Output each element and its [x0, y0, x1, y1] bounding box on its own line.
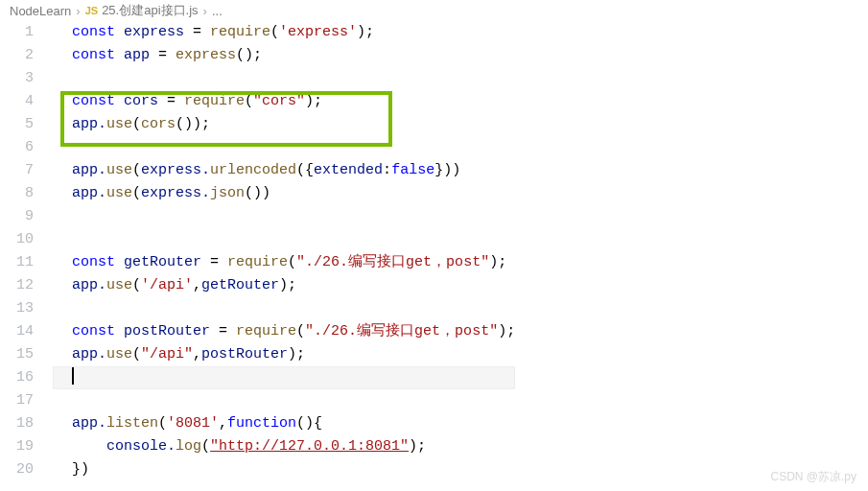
line-number: 18 — [0, 412, 34, 435]
code-line[interactable]: app.use(express.urlencoded({extended:fal… — [53, 159, 515, 182]
line-number: 15 — [0, 343, 34, 366]
line-number: 19 — [0, 435, 34, 458]
code-content[interactable]: const express = require('express'); cons… — [53, 21, 515, 481]
code-line[interactable]: app.use("/api",postRouter); — [53, 343, 515, 366]
line-number: 2 — [0, 44, 34, 67]
line-number: 13 — [0, 297, 34, 320]
code-line[interactable]: app.listen('8081',function(){ — [53, 412, 515, 435]
line-number: 10 — [0, 228, 34, 251]
line-number: 4 — [0, 90, 34, 113]
line-number: 11 — [0, 251, 34, 274]
code-line[interactable]: console.log("http://127.0.0.1:8081"); — [53, 435, 515, 458]
line-number: 16 — [0, 366, 34, 389]
js-file-icon: JS — [85, 5, 98, 16]
breadcrumb[interactable]: NodeLearn › JS 25.创建api接口.js › ... — [0, 0, 868, 21]
line-number: 9 — [0, 205, 34, 228]
code-line[interactable] — [53, 136, 515, 159]
breadcrumb-file[interactable]: 25.创建api接口.js — [102, 2, 198, 19]
line-number: 5 — [0, 113, 34, 136]
code-line[interactable] — [53, 67, 515, 90]
line-number: 8 — [0, 182, 34, 205]
breadcrumb-ellipsis[interactable]: ... — [212, 4, 223, 18]
code-line[interactable] — [53, 389, 515, 412]
line-number: 12 — [0, 274, 34, 297]
code-line[interactable]: app.use(cors()); — [53, 113, 515, 136]
code-line[interactable] — [53, 366, 515, 389]
line-number: 3 — [0, 67, 34, 90]
line-number: 7 — [0, 159, 34, 182]
code-line[interactable] — [53, 228, 515, 251]
code-line[interactable]: const app = express(); — [53, 44, 515, 67]
code-line[interactable]: const getRouter = require("./26.编写接口get，… — [53, 251, 515, 274]
line-number: 17 — [0, 389, 34, 412]
code-line[interactable]: }) — [53, 458, 515, 481]
chevron-right-icon: › — [203, 4, 207, 18]
code-line[interactable]: app.use(express.json()) — [53, 182, 515, 205]
breadcrumb-root[interactable]: NodeLearn — [10, 4, 71, 18]
code-line[interactable] — [53, 297, 515, 320]
text-cursor — [72, 367, 74, 385]
line-number: 20 — [0, 458, 34, 481]
line-number: 1 — [0, 21, 34, 44]
chevron-right-icon: › — [76, 4, 80, 18]
line-number: 6 — [0, 136, 34, 159]
code-line[interactable]: app.use('/api',getRouter); — [53, 274, 515, 297]
line-number: 14 — [0, 320, 34, 343]
code-line[interactable] — [53, 205, 515, 228]
watermark: CSDN @苏凉.py — [770, 469, 856, 485]
line-number-gutter: 1 2 3 4 5 6 7 8 9 10 11 12 13 14 15 16 1… — [0, 21, 53, 481]
code-line[interactable]: const cors = require("cors"); — [53, 90, 515, 113]
code-line[interactable]: const postRouter = require("./26.编写接口get… — [53, 320, 515, 343]
code-editor[interactable]: 1 2 3 4 5 6 7 8 9 10 11 12 13 14 15 16 1… — [0, 21, 515, 481]
code-line[interactable]: const express = require('express'); — [53, 21, 515, 44]
